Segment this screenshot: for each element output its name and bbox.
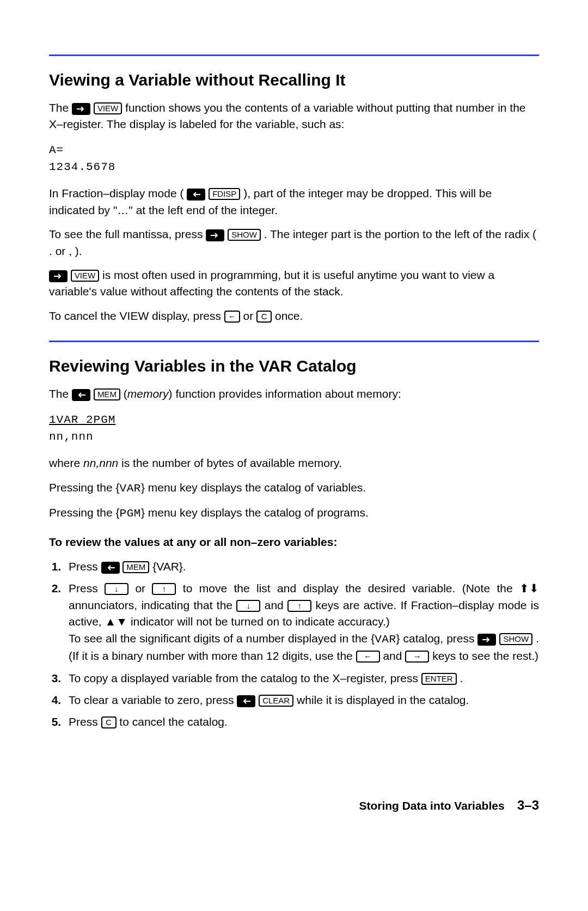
section-heading-reviewing: Reviewing Variables in the VAR Catalog xyxy=(49,354,539,378)
paragraph: The VIEW function shows you the contents… xyxy=(49,100,539,133)
text: and xyxy=(383,649,405,662)
text: Pressing the { xyxy=(49,481,120,494)
text: to cancel the catalog. xyxy=(119,715,227,728)
text: To clear a variable to zero, press xyxy=(69,694,237,706)
paragraph: VIEW is most often used in programming, … xyxy=(49,267,539,300)
down-key: ↓ xyxy=(236,600,260,612)
text: where xyxy=(49,457,83,469)
text: annunciators, indicating that the xyxy=(69,599,236,611)
mem-key: MEM xyxy=(122,561,149,573)
page-number: 3–3 xyxy=(517,798,539,812)
shift-left-icon xyxy=(101,562,120,574)
text: } catalog, press xyxy=(396,632,478,645)
shift-right-icon xyxy=(72,103,90,115)
text: The xyxy=(49,387,72,400)
shift-right-icon xyxy=(477,634,496,646)
chapter-title: Storing Data into Variables xyxy=(359,799,504,812)
subheading: To review the values at any or all non–z… xyxy=(49,534,539,550)
text: To copy a displayed variable from the ca… xyxy=(69,672,421,684)
down-key: ↓ xyxy=(105,583,128,595)
display-line: 1VAR 2PGM xyxy=(49,412,539,428)
shift-left-icon xyxy=(187,189,205,201)
text: VAR xyxy=(375,633,396,646)
section-heading-viewing: Viewing a Variable without Recalling It xyxy=(49,68,539,92)
text: . xyxy=(460,672,463,684)
shift-right-icon xyxy=(206,229,224,241)
back-key: ← xyxy=(224,311,240,323)
list-item: To clear a variable to zero, press CLEAR… xyxy=(64,692,539,708)
text: Press xyxy=(69,560,101,573)
shift-left-icon xyxy=(237,695,255,707)
text: Press xyxy=(69,582,105,594)
page-footer: Storing Data into Variables 3–3 xyxy=(49,796,539,815)
paragraph: In Fraction–display mode ( FDISP ), part… xyxy=(49,185,539,218)
text: To cancel the VIEW display, press xyxy=(49,309,224,322)
text: To see all the significant digits of a n… xyxy=(69,632,375,645)
text: The xyxy=(49,101,72,114)
paragraph: To see the full mantissa, press SHOW . T… xyxy=(49,226,539,259)
view-key: VIEW xyxy=(71,270,99,282)
text: Pressing the { xyxy=(49,506,120,519)
paragraph: To cancel the VIEW display, press ← or C… xyxy=(49,308,539,324)
text: To see the full mantissa, press xyxy=(49,228,206,240)
text: } menu key displays the catalog of progr… xyxy=(141,506,369,519)
paragraph: where nn,nnn is the number of bytes of a… xyxy=(49,455,539,471)
up-key: ↑ xyxy=(152,583,176,595)
list-item: To copy a displayed variable from the ca… xyxy=(64,670,539,687)
text: and xyxy=(265,599,287,611)
list-item: Press MEM {VAR}. xyxy=(64,558,539,575)
display-line: A= xyxy=(49,142,539,159)
text: once. xyxy=(275,309,303,322)
display-line: 1234.5678 xyxy=(49,159,539,175)
display-example: A= 1234.5678 xyxy=(49,142,539,175)
text: or xyxy=(135,582,152,594)
text: ) function provides information about me… xyxy=(169,387,401,400)
text: {VAR}. xyxy=(152,560,186,573)
list-item: Press ↓ or ↑ to move the list and displa… xyxy=(64,580,539,664)
text: VAR xyxy=(120,482,141,495)
text: is the number of bytes of available memo… xyxy=(118,457,341,469)
text: to move the list and display the desired… xyxy=(183,582,519,594)
up-down-annunciator-icon: ⬆⬇ xyxy=(519,582,539,594)
text: Press xyxy=(69,715,101,728)
text: In Fraction–display mode ( xyxy=(49,187,183,199)
text: } menu key displays the catalog of varia… xyxy=(141,481,366,494)
text: keys to see the rest.) xyxy=(432,649,538,662)
up-key: ↑ xyxy=(287,600,311,612)
mem-key: MEM xyxy=(94,388,120,400)
c-key: C xyxy=(256,311,272,323)
text: ( xyxy=(124,387,127,400)
show-key: SHOW xyxy=(499,633,532,645)
paragraph: Pressing the {VAR} menu key displays the… xyxy=(49,479,539,497)
text: PGM xyxy=(120,507,141,520)
display-example: 1VAR 2PGM nn,nnn xyxy=(49,412,539,445)
shift-right-icon xyxy=(49,270,68,282)
divider xyxy=(49,54,539,56)
text: memory xyxy=(127,387,169,400)
instruction-list: Press MEM {VAR}. Press ↓ or ↑ to move th… xyxy=(49,558,539,731)
text: or xyxy=(243,309,257,322)
right-key: → xyxy=(405,651,429,663)
clear-key: CLEAR xyxy=(259,695,293,707)
show-key: SHOW xyxy=(228,229,261,241)
fdisp-key: FDISP xyxy=(209,188,240,200)
list-item: Press C to cancel the catalog. xyxy=(64,714,539,730)
text: nn,nnn xyxy=(83,457,118,469)
view-key: VIEW xyxy=(94,102,122,114)
c-key: C xyxy=(101,716,117,728)
text: while it is displayed in the catalog. xyxy=(297,694,469,706)
shift-left-icon xyxy=(72,389,90,401)
divider xyxy=(49,341,539,342)
display-line: nn,nnn xyxy=(49,429,539,445)
text: is most often used in programming, but i… xyxy=(49,269,494,297)
paragraph: The MEM (memory) function provides infor… xyxy=(49,386,539,402)
enter-key: ENTER xyxy=(421,673,457,685)
left-key: ← xyxy=(356,651,380,663)
paragraph: Pressing the {PGM} menu key displays the… xyxy=(49,505,539,522)
